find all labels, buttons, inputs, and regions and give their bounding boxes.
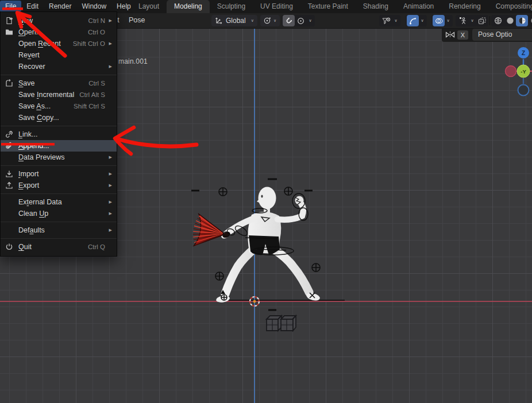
tab-layout[interactable]: Layout (131, 0, 167, 13)
menu-item-save-copy[interactable]: Save Copy... (1, 112, 117, 123)
menu-item-defaults[interactable]: Defaults▶ (1, 224, 117, 236)
tab-texture-paint[interactable]: Texture Paint (300, 0, 356, 13)
mirror-x-label: X (457, 30, 468, 40)
import-icon (5, 170, 18, 178)
menu-item-revert[interactable]: Revert (1, 49, 117, 61)
tab-sculpting[interactable]: Sculpting (210, 0, 253, 13)
menu-item-label: Data Previews (18, 153, 105, 161)
menu-edit[interactable]: Edit (21, 1, 44, 12)
menu-item-export[interactable]: Export▶ (1, 180, 117, 191)
show-gizmo-button[interactable] (407, 15, 419, 26)
menu-item-link[interactable]: Link... (1, 129, 117, 140)
chevron-down-icon: ∨ (249, 18, 256, 23)
menu-item-save[interactable]: SaveCtrl S (1, 78, 117, 89)
paperclip-icon (5, 142, 18, 150)
tab-rendering[interactable]: Rendering (441, 0, 488, 13)
folder-icon (5, 29, 18, 36)
gizmo-neg-z-axis[interactable] (518, 85, 529, 96)
menu-separator (1, 75, 117, 75)
active-object-label: main.001 (118, 57, 148, 65)
gizmo-z-axis[interactable]: Z (518, 47, 529, 59)
proportional-editing-button[interactable] (295, 15, 307, 26)
toggle-xray-button[interactable] (476, 15, 488, 26)
menu-render[interactable]: Render (44, 1, 76, 12)
chevron-down-icon[interactable]: ∨ (307, 18, 314, 23)
menu-item-quit[interactable]: QuitCtrl Q (1, 241, 117, 253)
menu-item-label: Save Copy... (18, 114, 105, 122)
menu-item-shortcut: Ctrl Alt S (79, 91, 105, 98)
menu-window[interactable]: Window (76, 1, 111, 12)
gizmo-neg-y-axis[interactable]: -Y (517, 65, 530, 78)
left-leg (225, 248, 255, 294)
visibility-eye-icon (380, 15, 392, 26)
transform-orientation-dropdown[interactable]: Global ∨ (211, 15, 257, 26)
menu-item-shortcut: Shift Ctrl O (73, 40, 105, 47)
file-new-icon (5, 17, 18, 25)
gizmo-neg-x-axis[interactable] (506, 66, 516, 77)
shading-material-button[interactable] (516, 15, 528, 26)
proportional-circle-icon (297, 17, 304, 25)
file-menu: NewCtrl N▶Open...Ctrl OOpen RecentShift … (0, 11, 117, 257)
show-overlays-button[interactable] (433, 15, 445, 26)
navigation-gizmo[interactable]: Z -Y (493, 44, 532, 100)
tab-compositing[interactable]: Compositing (488, 0, 532, 13)
submenu-arrow-icon: ▶ (106, 172, 112, 176)
menu-item-shortcut: Ctrl O (88, 29, 105, 36)
menu-file[interactable]: File (0, 1, 21, 12)
rendered-sphere-icon (530, 17, 532, 25)
show-overlays-group: ∨ (431, 15, 453, 26)
power-icon (5, 243, 18, 251)
chevron-down-icon[interactable]: ∨ (445, 18, 452, 23)
pivot-point-dropdown[interactable]: ∨ (260, 15, 280, 26)
menu-item-label: Save (18, 79, 88, 87)
menu-item-label: Clean Up (18, 210, 105, 218)
menu-item-append[interactable]: Append... (1, 140, 117, 152)
submenu-arrow-icon: ▶ (106, 155, 112, 160)
tab-animation[interactable]: Animation (396, 0, 441, 13)
menu-item-data-previews[interactable]: Data Previews▶ (1, 152, 117, 163)
armature-options-group: ∨ (456, 15, 477, 26)
menu-item-external-data[interactable]: External Data▶ (1, 196, 117, 208)
tab-uv-editing[interactable]: UV Editing (253, 0, 300, 13)
tab-shading[interactable]: Shading (356, 0, 396, 13)
menu-item-clean-up[interactable]: Clean Up▶ (1, 208, 117, 219)
tab-modeling[interactable]: Modeling (167, 0, 210, 13)
submenu-arrow-icon: ▶ (106, 64, 112, 69)
svg-text:-Y: -Y (521, 68, 526, 75)
armature-figure-icon[interactable] (457, 15, 469, 26)
mirror-x-toggle[interactable]: X (445, 30, 472, 40)
menu-item-label: Open Recent (18, 40, 73, 48)
chevron-down-icon[interactable]: ∨ (419, 18, 426, 23)
menu-item-label: Quit (18, 243, 88, 251)
submenu-arrow-icon: ▶ (106, 183, 112, 188)
xray-icon (478, 17, 486, 25)
pivot-point-icon (263, 17, 271, 25)
wireframe-boxes[interactable] (267, 316, 296, 331)
menu-item-import[interactable]: Import▶ (1, 168, 117, 180)
menu-item-save-incremental[interactable]: Save IncrementalCtrl Alt S (1, 89, 117, 100)
mannequin-figure[interactable] (190, 176, 357, 339)
snap-toggle-button[interactable] (283, 15, 295, 26)
shading-solid-button[interactable] (504, 15, 516, 26)
menu-item-label: Append... (18, 142, 105, 150)
menu-separator (1, 126, 117, 126)
shading-mode-group (491, 15, 532, 26)
shading-wireframe-button[interactable] (492, 15, 504, 26)
shading-rendered-button[interactable] (528, 15, 532, 26)
menu-separator (1, 165, 117, 166)
material-sphere-icon (518, 17, 526, 25)
transform-orientation-icon (215, 17, 223, 25)
pose-options-dropdown[interactable]: Pose Optio (472, 29, 532, 41)
svg-text:Z: Z (522, 50, 525, 56)
chevron-down-icon[interactable]: ∨ (469, 18, 476, 23)
save-icon (5, 79, 18, 87)
menu-item-label: Defaults (18, 226, 105, 234)
menu-item-save-as[interactable]: Save As...Shift Ctrl S (1, 100, 117, 112)
menu-item-recover[interactable]: Recover▶ (1, 61, 117, 72)
menu-item-open[interactable]: Open...Ctrl O (1, 26, 117, 38)
menu-item-open-recent[interactable]: Open RecentShift Ctrl O▶ (1, 38, 117, 49)
object-visibility-dropdown[interactable]: ∨ (379, 15, 400, 26)
menu-item-shortcut: Ctrl S (88, 80, 105, 87)
menu-pose[interactable]: Pose (129, 16, 145, 24)
menu-item-new[interactable]: NewCtrl N▶ (1, 15, 117, 26)
